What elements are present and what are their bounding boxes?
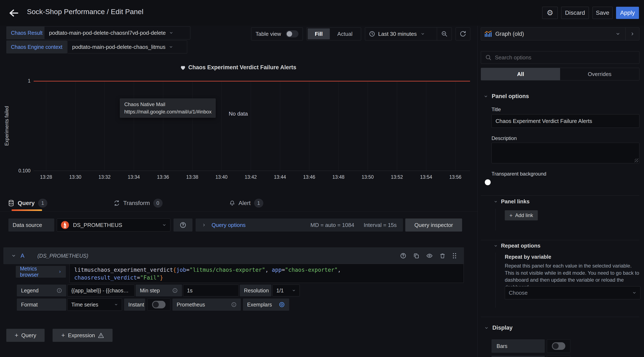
bars-option-label: Bars [492,339,545,353]
chevron-down-icon [169,31,173,35]
x-tick-label: 13:52 [388,174,406,180]
drag-handle-icon[interactable] [452,253,457,259]
x-tick-label: 13:54 [417,174,436,180]
query-options-bar[interactable]: Query options MD = auto = 1084 Interval … [196,218,403,232]
apply-button[interactable]: Apply [616,7,639,19]
gridline [397,81,397,171]
options-tab-overrides[interactable]: Overrides [560,68,639,80]
table-view-toggle[interactable] [286,30,298,38]
panel-title-input[interactable] [492,114,639,128]
datasource-help-button[interactable] [174,218,192,232]
promql-expression-editor[interactable]: litmuschaos_experiment_verdict{job="litm… [70,264,464,283]
options-search[interactable] [481,51,639,64]
instant-toggle[interactable] [152,301,166,308]
variable-select-chaos-engine-context[interactable]: podtato-main-pod-delete-chaos_litmus [67,41,187,54]
bell-icon [229,200,235,206]
format-value: Time series [71,302,98,308]
gridline [104,81,105,171]
options-search-input[interactable] [495,54,635,61]
duplicate-query-icon[interactable] [413,253,420,259]
divider [481,317,639,317]
query-row-header[interactable]: A (DS_PROMETHEUS) [3,247,464,264]
display-section-header[interactable]: Display [484,324,512,331]
time-range-picker[interactable]: Last 30 minutes [365,27,452,41]
datasource-value: DS_PROMETHEUS [73,222,122,228]
resize-handle[interactable] [634,159,638,162]
fill-actual-switch: Fill Actual [307,27,361,41]
visualization-name: Graph (old) [495,31,524,37]
promql-line: chaosresult_verdict="Fail"} [74,274,459,282]
back-arrow-icon[interactable] [8,8,20,18]
chevron-right-icon [630,32,635,36]
x-tick-label: 13:36 [154,174,172,180]
bars-toggle[interactable] [552,342,565,350]
chevron-down-icon [292,289,296,292]
gridline [134,81,134,171]
gridline [75,81,76,171]
resolution-select[interactable]: 1/1 [272,285,300,296]
panel-description-textarea[interactable] [492,143,639,163]
query-ref-id: A [20,253,38,259]
x-tick-label: 13:56 [446,174,465,180]
min-step-input[interactable] [183,285,239,296]
delete-query-trash-icon[interactable] [440,253,446,259]
y-tick-label: 0.100 [8,168,30,174]
discard-button[interactable]: Discard [561,7,589,19]
chevron-down-icon [162,223,166,227]
time-range-label: Last 30 minutes [378,31,417,37]
legend-format-field[interactable] [71,287,130,294]
legend-label: Legend [17,285,66,296]
legend-input[interactable] [67,285,134,296]
panel-links-section-header[interactable]: Panel links [494,198,530,205]
panel-settings-button[interactable]: ⚙ [542,7,558,19]
datasource-picker[interactable]: DS_PROMETHEUS [57,218,170,232]
next-option-row-partial [492,356,545,357]
chevron-down-icon [632,291,636,295]
actual-option[interactable]: Actual [330,31,360,37]
exemplars-bullseye-icon[interactable] [279,301,285,308]
min-step-field[interactable] [187,287,235,294]
refresh-button[interactable] [456,27,470,41]
chart-plot-area[interactable] [34,81,470,171]
info-icon [56,288,62,293]
variable-select-chaos-result[interactable]: podtato-main-pod-delete-chaosnl7vd-pod-d… [44,26,190,39]
collapse-options-pane-button[interactable] [625,28,639,40]
tab-alert[interactable]: Alert 1 [229,195,263,212]
heart-icon [180,65,186,70]
repeat-variable-select[interactable]: Choose [505,286,640,299]
chevron-down-icon [494,200,498,204]
visualization-picker[interactable]: Graph (old) [481,27,639,41]
page-title: Sock-Shop Performance / Edit Panel [27,8,144,16]
panel-title-field[interactable] [496,118,636,124]
max-data-points-info: MD = auto = 1084 [310,222,354,228]
metrics-browser-label: Metrics browser [20,266,56,278]
tab-label: Query [18,200,35,206]
add-link-button[interactable]: + Add link [505,210,538,220]
add-query-button[interactable]: + Query [6,329,44,342]
x-tick-label: 13:40 [212,174,231,180]
chevron-down-icon [494,244,498,248]
disable-query-eye-icon[interactable] [426,253,433,259]
add-expression-button[interactable]: + Expression [52,329,112,342]
prometheus-icon [61,221,69,229]
database-icon [8,200,14,207]
tab-count-badge: 1 [38,199,47,208]
save-button[interactable]: Save [592,7,613,19]
zoom-out-button[interactable] [437,28,452,40]
tab-query[interactable]: Query 1 [8,195,47,212]
chevron-down-icon [484,94,488,99]
options-tab-all[interactable]: All [481,68,560,80]
query-inspector-button[interactable]: Query inspector [405,218,462,232]
collapse-chevron-icon[interactable] [3,253,20,258]
x-tick-label: 13:46 [300,174,319,180]
promql-line: litmuschaos_experiment_verdict{job="litm… [74,266,459,274]
fill-option[interactable]: Fill [308,29,330,39]
table-view-label: Table view [256,31,281,37]
query-help-icon[interactable] [400,253,406,259]
repeat-options-section-header[interactable]: Repeat options [494,242,540,249]
metrics-browser-button[interactable]: Metrics browser [16,266,66,278]
plus-icon: + [510,212,512,219]
panel-options-section-header[interactable]: Panel options [484,93,529,100]
tab-transform[interactable]: Transform 0 [114,195,162,212]
format-select[interactable]: Time series [67,298,122,311]
